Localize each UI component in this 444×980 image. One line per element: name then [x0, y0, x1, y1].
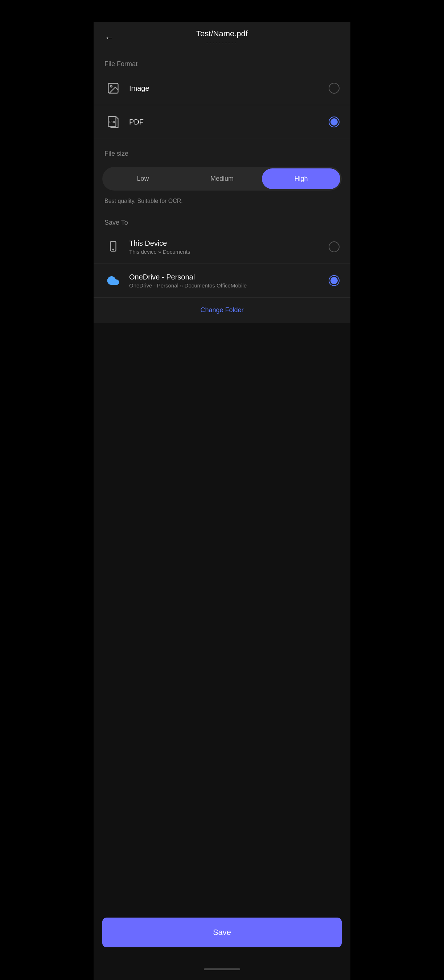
save-to-section-label: Save To — [94, 212, 350, 230]
pdf-format-option[interactable]: PDF PDF — [94, 105, 350, 139]
svg-text:PDF: PDF — [109, 120, 116, 124]
save-button-container: Save — [94, 910, 350, 958]
svg-point-5 — [113, 249, 114, 250]
low-quality-btn[interactable]: Low — [104, 169, 182, 189]
this-device-radio[interactable] — [329, 241, 339, 252]
medium-quality-btn[interactable]: Medium — [183, 169, 261, 189]
image-format-label: Image — [129, 84, 329, 92]
back-button[interactable]: ← — [105, 32, 114, 43]
this-device-option[interactable]: This Device This device » Documents — [94, 230, 350, 264]
bottom-nav-bar — [94, 958, 350, 980]
onedrive-subtitle: OneDrive - Personal » Documentos OfficeM… — [129, 282, 329, 288]
file-size-toggle-group: Low Medium High — [102, 167, 342, 191]
pdf-radio[interactable] — [329, 116, 339, 127]
device-icon — [105, 238, 122, 256]
this-device-title: This Device — [129, 239, 329, 248]
quality-description: Best quality. Suitable for OCR. — [94, 196, 350, 212]
change-folder-container: Change Folder — [94, 298, 350, 323]
cloud-icon — [105, 272, 122, 289]
file-size-section-label: File size — [94, 143, 350, 161]
pdf-radio-inner — [330, 118, 338, 126]
image-radio[interactable] — [329, 83, 339, 94]
image-icon — [105, 80, 122, 97]
page-subtitle: ---------- — [206, 40, 238, 46]
file-format-section-label: File Format — [94, 53, 350, 72]
onedrive-details: OneDrive - Personal OneDrive - Personal … — [129, 273, 329, 288]
high-quality-btn[interactable]: High — [262, 169, 340, 189]
home-indicator — [204, 968, 240, 970]
header: ← Test/Name.pdf ---------- — [94, 22, 350, 53]
svg-point-1 — [111, 86, 113, 88]
this-device-subtitle: This device » Documents — [129, 249, 329, 255]
onedrive-title: OneDrive - Personal — [129, 273, 329, 281]
pdf-icon: PDF — [105, 113, 122, 130]
change-folder-link[interactable]: Change Folder — [200, 306, 243, 313]
image-format-option[interactable]: Image — [94, 72, 350, 105]
status-bar — [94, 0, 350, 22]
page-title: Test/Name.pdf — [196, 29, 248, 38]
onedrive-radio-inner — [330, 277, 338, 284]
onedrive-option[interactable]: OneDrive - Personal OneDrive - Personal … — [94, 264, 350, 298]
pdf-format-label: PDF — [129, 118, 329, 126]
onedrive-radio[interactable] — [329, 275, 339, 286]
save-button[interactable]: Save — [102, 918, 342, 947]
empty-space — [94, 323, 350, 910]
this-device-details: This Device This device » Documents — [129, 239, 329, 255]
